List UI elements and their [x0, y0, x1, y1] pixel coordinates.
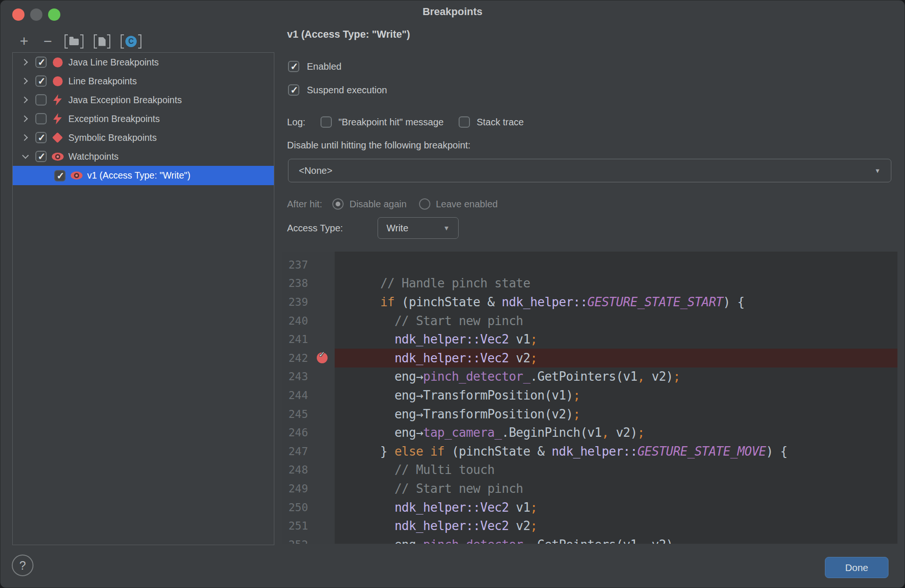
- chevron-right-icon[interactable]: [20, 76, 31, 86]
- checkbox[interactable]: [321, 116, 332, 128]
- radio-button[interactable]: [419, 198, 430, 210]
- line-number: 239: [282, 296, 335, 308]
- tree-item[interactable]: Java Exception Breakpoints: [13, 90, 274, 109]
- tree-item[interactable]: Exception Breakpoints: [13, 109, 274, 128]
- code-line: 245 eng→TransformPosition(v2);: [282, 405, 897, 424]
- access-type-value: Write: [387, 223, 408, 234]
- tree-item-checkbox[interactable]: [35, 132, 47, 143]
- tree-item-label: Java Exception Breakpoints: [68, 95, 182, 106]
- chevron-down-icon[interactable]: [20, 151, 31, 162]
- tree-item-label: Exception Breakpoints: [68, 114, 160, 124]
- tree-item-checkbox[interactable]: [54, 170, 66, 181]
- group-by-class-button[interactable]: C: [121, 33, 141, 49]
- tree-item-label: Java Line Breakpoints: [68, 57, 159, 68]
- remove-breakpoint-icon: −: [43, 34, 52, 49]
- remove-breakpoint-button[interactable]: −: [41, 33, 54, 49]
- toggle-label: Suspend execution: [307, 85, 387, 96]
- line-number: 243: [282, 370, 335, 383]
- tree-item[interactable]: Symbolic Breakpoints: [13, 128, 274, 147]
- line-number: 237: [282, 259, 335, 271]
- tree-item-checkbox[interactable]: [35, 75, 47, 87]
- log-option: "Breakpoint hit" message: [321, 116, 444, 128]
- checkbox[interactable]: [459, 116, 470, 128]
- code-line: 240 // Start new pinch: [282, 311, 897, 330]
- code-text: eng→tap_camera_.BeginPinch(v1, v2);: [335, 425, 644, 440]
- code-text: eng→TransformPosition(v2);: [335, 407, 580, 421]
- line-number: 251: [282, 520, 335, 532]
- line-number: 252: [282, 539, 335, 544]
- line-number: 246: [282, 426, 335, 439]
- line-number: 247: [282, 445, 335, 457]
- bracket-right-icon: [80, 34, 83, 49]
- tree-item[interactable]: Java Line Breakpoints: [13, 53, 274, 72]
- lightning-breakpoint-icon: [51, 94, 64, 106]
- breakpoints-tree[interactable]: Java Line BreakpointsLine BreakpointsJav…: [12, 52, 274, 545]
- chevron-right-icon[interactable]: [20, 114, 31, 124]
- code-line: 244 eng→TransformPosition(v1);: [282, 386, 897, 405]
- code-text: // Start new pinch: [335, 314, 523, 328]
- log-label: Log:: [287, 117, 305, 128]
- toggle-row: Suspend execution: [288, 84, 387, 96]
- code-line: 252 eng→pinch_detector_.GetPointers(v1, …: [282, 535, 897, 544]
- help-button[interactable]: ?: [12, 555, 33, 576]
- tree-item[interactable]: Watchpoints: [13, 147, 274, 166]
- eye-breakpoint-icon: [51, 150, 64, 163]
- diamond-breakpoint-icon: [51, 131, 64, 144]
- help-icon: ?: [19, 559, 26, 572]
- line-number: 245: [282, 408, 335, 420]
- tree-item-checkbox[interactable]: [35, 113, 47, 124]
- file-icon: [99, 37, 106, 46]
- toggle-row: Enabled: [288, 61, 387, 72]
- code-line: 248 // Multi touch: [282, 461, 897, 480]
- tree-item[interactable]: v1 (Access Type: "Write"): [13, 166, 274, 185]
- code-line: 239 if (pinchState & ndk_helper::GESTURE…: [282, 293, 897, 311]
- bracket-left-icon: [65, 34, 68, 49]
- code-line: 249 // Start new pinch: [282, 479, 897, 498]
- tree-item-checkbox[interactable]: [35, 151, 47, 162]
- access-type-dropdown[interactable]: Write ▼: [378, 217, 459, 239]
- breakpoints-dialog: Breakpoints +−C Java Line BreakpointsLin…: [0, 0, 905, 588]
- circle-breakpoint-icon: [51, 75, 64, 87]
- line-number: 248: [282, 464, 335, 476]
- radio-button[interactable]: [332, 198, 344, 210]
- after-hit-option-label: Disable again: [349, 199, 406, 210]
- chevron-right-icon[interactable]: [20, 132, 31, 143]
- detail-title: v1 (Access Type: "Write"): [287, 29, 410, 41]
- line-number: 240: [282, 315, 335, 327]
- access-type-row: Access Type: Write ▼: [287, 217, 459, 239]
- tree-item-checkbox[interactable]: [35, 57, 47, 68]
- group-by-package-button[interactable]: [65, 33, 83, 49]
- chevron-down-icon: ▼: [443, 224, 450, 232]
- lightning-breakpoint-icon: [51, 113, 64, 125]
- breakpoint-icon[interactable]: [317, 352, 328, 363]
- done-button[interactable]: Done: [825, 557, 889, 578]
- group-by-file-button[interactable]: [94, 33, 110, 49]
- disable-until-dropdown[interactable]: <None> ▼: [288, 159, 891, 182]
- checkbox[interactable]: [288, 84, 299, 96]
- code-text: } else if (pinchState & ndk_helper::GEST…: [335, 444, 787, 458]
- code-text: // Handle pinch state: [335, 276, 530, 290]
- code-line: 238 // Handle pinch state: [282, 274, 897, 293]
- checkbox[interactable]: [288, 61, 299, 72]
- tree-item-checkbox[interactable]: [35, 94, 47, 106]
- code-text: eng→pinch_detector_.GetPointers(v1, v2);: [335, 369, 680, 384]
- tree-item[interactable]: Line Breakpoints: [13, 72, 274, 90]
- code-text: // Multi touch: [335, 463, 494, 477]
- after-hit-option: Leave enabled: [419, 198, 498, 210]
- chevron-right-icon[interactable]: [20, 57, 31, 67]
- bracket-right-icon: [138, 34, 141, 49]
- toggle-label: Enabled: [307, 61, 341, 72]
- code-editor[interactable]: 237238 // Handle pinch state239 if (pinc…: [282, 252, 897, 544]
- line-number: 241: [282, 333, 335, 345]
- line-number: 250: [282, 501, 335, 514]
- tree-item-label: Watchpoints: [68, 151, 119, 162]
- chevron-down-icon: ▼: [874, 167, 880, 174]
- code-line: 241 ndk_helper::Vec2 v1;: [282, 330, 897, 349]
- line-number: 242: [282, 352, 335, 364]
- chevron-right-icon[interactable]: [20, 95, 31, 105]
- class-icon: C: [125, 36, 137, 47]
- line-number: 238: [282, 277, 335, 289]
- code-line: 247 } else if (pinchState & ndk_helper::…: [282, 442, 897, 461]
- add-breakpoint-button[interactable]: +: [17, 33, 31, 49]
- line-number: 244: [282, 389, 335, 401]
